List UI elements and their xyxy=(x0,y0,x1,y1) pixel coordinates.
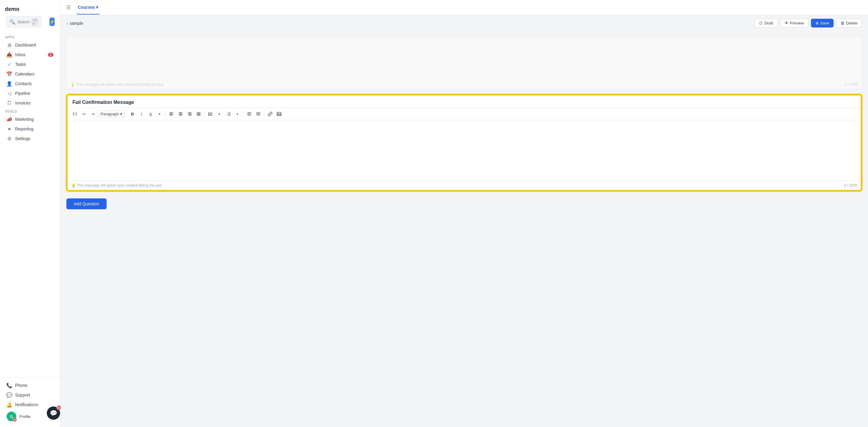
tools-section-label: Tools xyxy=(0,108,60,115)
main: ☰ Courses ▾ ‹ sample 🗋 Draft 👁 Preview xyxy=(60,0,868,427)
avatar-badge: 43 xyxy=(13,418,17,422)
page-scroll[interactable]: 💡 This message will apear upon student p… xyxy=(60,31,868,427)
outdent-button[interactable] xyxy=(245,110,254,118)
chat-bubble[interactable]: 💬 43 xyxy=(47,406,60,420)
image-button[interactable] xyxy=(275,110,283,118)
ordered-chevron[interactable]: ▾ xyxy=(234,110,242,118)
sidebar-item-label: Inbox xyxy=(15,52,25,57)
code-button[interactable] xyxy=(71,110,79,118)
preview-icon: 👁 xyxy=(785,21,788,25)
chat-icon-symbol: 💬 xyxy=(50,409,57,417)
menu-icon[interactable]: ☰ xyxy=(66,4,71,10)
toolbar-divider-4 xyxy=(243,111,244,117)
sidebar-item-label: Reporting xyxy=(15,126,33,131)
sidebar-item-label: Notifications xyxy=(15,402,38,407)
sidebar-item-invoices[interactable]: 🗒 Invoices xyxy=(2,98,58,108)
courses-tab[interactable]: Courses ▾ xyxy=(77,1,99,14)
delete-button[interactable]: 🗑 Delete xyxy=(836,19,862,28)
underline-button[interactable]: A xyxy=(147,110,155,118)
sidebar-item-tasks[interactable]: ✓ Tasks xyxy=(2,60,58,69)
toolbar-right: 🗋 Draft 👁 Preview ⊕ Save 🗑 Delete xyxy=(754,19,862,28)
save-button[interactable]: ⊕ Save xyxy=(811,19,834,28)
sidebar-item-dashboard[interactable]: ⊞ Dashboard xyxy=(2,40,58,50)
sidebar-item-contacts[interactable]: 👤 Contacts xyxy=(2,79,58,89)
svg-text:3.: 3. xyxy=(227,115,228,116)
paragraph-label: Paragraph xyxy=(100,112,119,116)
search-icon: 🔍 xyxy=(9,19,16,25)
sidebar-item-calendars[interactable]: 📅 Calendars xyxy=(2,69,58,79)
courses-tab-chevron: ▾ xyxy=(96,5,98,10)
align-center-button[interactable] xyxy=(176,110,185,118)
sidebar-item-label: Settings xyxy=(15,136,30,141)
save-icon: ⊕ xyxy=(815,21,819,25)
topnav: ☰ Courses ▾ xyxy=(60,0,868,15)
reporting-icon: ● xyxy=(7,126,12,132)
sidebar-item-marketing[interactable]: 📣 Marketing xyxy=(2,115,58,124)
pipeline-icon: ◁ xyxy=(7,91,12,96)
fail-hint: 💡 This message will apear upon student f… xyxy=(71,183,162,187)
hint-icon: 💡 xyxy=(70,83,75,87)
add-question-button[interactable]: Add Question xyxy=(66,199,106,209)
toolbar-divider-5 xyxy=(264,111,265,117)
redo-button[interactable]: ↪ xyxy=(89,110,97,118)
phone-icon: 📞 xyxy=(7,383,12,388)
pass-editor-card: 💡 This message will apear upon student p… xyxy=(66,37,862,89)
fail-hint-icon: 💡 xyxy=(71,183,76,187)
bullet-list-button[interactable] xyxy=(206,110,215,118)
sidebar-item-inbox[interactable]: 📥 Inbox 2 xyxy=(2,50,58,60)
fail-editor-footer: 💡 This message will apear upon student f… xyxy=(68,181,861,190)
chat-icon[interactable]: 💬 43 xyxy=(47,406,60,420)
preview-button[interactable]: 👁 Preview xyxy=(780,19,808,28)
chat-badge: 43 xyxy=(57,405,61,410)
svg-point-19 xyxy=(209,114,209,115)
calendars-icon: 📅 xyxy=(7,71,12,77)
fail-hint-text: This message will apear upon student fai… xyxy=(77,183,162,187)
delete-label: Delete xyxy=(846,21,858,25)
indent-button[interactable] xyxy=(254,110,263,118)
sidebar-item-phone[interactable]: 📞 Phone xyxy=(2,380,58,390)
fail-editor-card: Fail Confirmation Message ↩ ↪ Paragr xyxy=(66,94,862,191)
pass-hint-text: This message will apear upon student pas… xyxy=(76,83,164,87)
search-input[interactable]: 🔍 Search ctrl K xyxy=(6,16,42,28)
support-icon: 💬 xyxy=(7,392,12,398)
draft-button[interactable]: 🗋 Draft xyxy=(754,19,777,28)
sidebar-item-pipeline[interactable]: ◁ Pipeline xyxy=(2,89,58,98)
settings-icon: ⚙ xyxy=(7,136,12,141)
align-right-button[interactable] xyxy=(185,110,194,118)
pass-hint: 💡 This message will apear upon student p… xyxy=(70,83,164,87)
save-label: Save xyxy=(820,21,829,25)
sidebar: demo 🔍 Search ctrl K ⚡ Apps ⊞ Dashboard … xyxy=(0,0,60,427)
paragraph-select[interactable]: Paragraph ▾ xyxy=(98,111,125,118)
bolt-button[interactable]: ⚡ xyxy=(50,18,55,26)
draft-icon: 🗋 xyxy=(759,21,763,25)
sidebar-item-label: Contacts xyxy=(15,81,32,86)
dashboard-icon: ⊞ xyxy=(7,42,12,48)
undo-button[interactable]: ↩ xyxy=(80,110,88,118)
content-area: ‹ sample 🗋 Draft 👁 Preview ⊕ Save 🗑 xyxy=(60,15,868,427)
sidebar-item-support[interactable]: 💬 Support xyxy=(2,390,58,400)
link-button[interactable] xyxy=(266,110,274,118)
svg-point-17 xyxy=(209,113,209,113)
underline-chevron[interactable]: ▾ xyxy=(155,110,164,118)
bold-button[interactable]: B xyxy=(128,110,137,118)
align-left-button[interactable] xyxy=(167,110,176,118)
sidebar-item-label: Tasks xyxy=(15,62,26,67)
pass-editor-content xyxy=(67,37,862,80)
fail-editor-body[interactable] xyxy=(68,120,861,181)
pass-editor-footer: 💡 This message will apear upon student p… xyxy=(67,80,862,89)
ordered-list-button[interactable]: 1. 2. 3. xyxy=(224,110,233,118)
bullet-chevron[interactable]: ▾ xyxy=(215,110,224,118)
subheader: ‹ sample 🗋 Draft 👁 Preview ⊕ Save 🗑 xyxy=(60,15,868,31)
search-shortcut: ctrl K xyxy=(31,18,38,26)
sidebar-item-settings[interactable]: ⚙ Settings xyxy=(2,134,58,144)
toolbar-divider-1 xyxy=(126,111,127,117)
bolt-icon: ⚡ xyxy=(50,19,55,24)
sidebar-item-label: Dashboard xyxy=(15,42,36,48)
fail-char-count: 0 / 2000 xyxy=(844,183,857,187)
justify-button[interactable] xyxy=(194,110,203,118)
sidebar-item-reporting[interactable]: ● Reporting xyxy=(2,124,58,134)
italic-button[interactable]: I xyxy=(137,110,146,118)
svg-point-21 xyxy=(209,115,209,116)
app-logo: demo xyxy=(0,4,60,16)
breadcrumb[interactable]: ‹ sample xyxy=(66,21,83,26)
